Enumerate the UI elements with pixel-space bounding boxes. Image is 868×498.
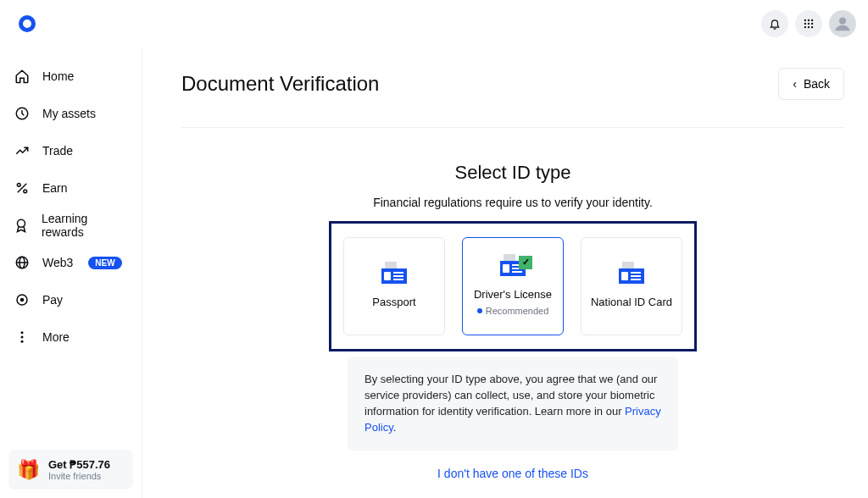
id-option-label: National ID Card bbox=[591, 296, 672, 308]
user-avatar[interactable] bbox=[829, 10, 856, 37]
sidebar-item-web3[interactable]: Web3 NEW bbox=[8, 244, 133, 281]
sidebar-item-my-assets[interactable]: My assets bbox=[8, 95, 133, 132]
id-option-label: Passport bbox=[372, 296, 415, 308]
svg-point-19 bbox=[21, 299, 24, 302]
svg-point-2 bbox=[811, 19, 813, 21]
notifications-button[interactable] bbox=[761, 10, 788, 37]
chevron-left-icon: ‹ bbox=[793, 77, 797, 91]
sidebar-item-label: Earn bbox=[42, 181, 68, 195]
invite-friends-card[interactable]: 🎁 Get ₱557.76 Invite friends bbox=[8, 450, 133, 490]
main-content: Document Verification ‹ Back Select ID t… bbox=[142, 47, 868, 498]
svg-line-11 bbox=[18, 184, 27, 193]
globe-icon bbox=[14, 255, 31, 270]
svg-point-13 bbox=[24, 190, 27, 193]
invite-title: Get ₱557.76 bbox=[48, 458, 110, 471]
back-button[interactable]: ‹ Back bbox=[778, 68, 844, 100]
gift-icon: 🎁 bbox=[17, 459, 40, 481]
sidebar-item-label: Learning rewards bbox=[42, 212, 128, 239]
svg-point-6 bbox=[804, 26, 806, 28]
sidebar-item-earn[interactable]: Earn bbox=[8, 169, 133, 207]
sidebar: Home My assets Trade Earn Learning rewar… bbox=[0, 47, 142, 498]
page-title: Document Verification bbox=[181, 72, 379, 96]
svg-point-8 bbox=[811, 26, 813, 28]
biometric-disclaimer: By selecting your ID type above, you agr… bbox=[348, 357, 678, 451]
id-card-icon bbox=[381, 265, 407, 284]
sidebar-item-label: Home bbox=[42, 69, 74, 83]
svg-point-4 bbox=[808, 23, 810, 25]
sidebar-item-label: Trade bbox=[42, 144, 73, 158]
recommended-badge: Recommended bbox=[477, 306, 549, 316]
new-badge: NEW bbox=[88, 257, 121, 269]
circle-dot-icon bbox=[14, 292, 31, 307]
id-card-icon: ✓ bbox=[500, 257, 526, 276]
sidebar-item-trade[interactable]: Trade bbox=[8, 132, 133, 169]
page-header: Document Verification ‹ Back bbox=[181, 68, 844, 128]
id-option-national-id[interactable]: National ID Card bbox=[581, 237, 682, 335]
sidebar-item-label: More bbox=[42, 330, 70, 344]
svg-point-1 bbox=[808, 19, 810, 21]
select-id-section: Select ID type Financial regulations req… bbox=[181, 162, 844, 481]
svg-point-12 bbox=[17, 183, 20, 186]
check-icon: ✓ bbox=[519, 256, 532, 269]
id-option-passport[interactable]: Passport bbox=[343, 237, 445, 335]
svg-point-14 bbox=[18, 219, 25, 227]
svg-point-22 bbox=[21, 340, 24, 343]
id-option-drivers-license[interactable]: ✓ Driver's License Recommended bbox=[462, 237, 564, 335]
sidebar-item-label: Web3 bbox=[42, 256, 73, 269]
id-option-label: Driver's License bbox=[474, 288, 552, 301]
disclaimer-text-post: . bbox=[393, 421, 397, 434]
sidebar-item-label: Pay bbox=[42, 293, 63, 307]
coinbase-logo-icon[interactable] bbox=[19, 15, 36, 32]
no-id-link[interactable]: I don't have one of these IDs bbox=[437, 467, 588, 480]
svg-point-20 bbox=[21, 331, 24, 334]
select-id-subtitle: Financial regulations require us to veri… bbox=[181, 196, 844, 209]
id-card-icon bbox=[619, 265, 644, 284]
invite-subtitle: Invite friends bbox=[48, 471, 110, 481]
top-bar bbox=[0, 0, 868, 47]
home-icon bbox=[14, 69, 31, 84]
svg-point-21 bbox=[21, 336, 24, 339]
sidebar-item-label: My assets bbox=[42, 107, 96, 120]
back-button-label: Back bbox=[804, 77, 830, 91]
svg-point-0 bbox=[804, 19, 806, 21]
svg-point-7 bbox=[808, 26, 810, 28]
sidebar-item-pay[interactable]: Pay bbox=[8, 281, 133, 318]
sidebar-item-more[interactable]: More bbox=[8, 318, 133, 356]
disclaimer-text-pre: By selecting your ID type above, you agr… bbox=[364, 373, 657, 418]
trend-up-icon bbox=[14, 143, 31, 158]
sidebar-item-learning-rewards[interactable]: Learning rewards bbox=[8, 207, 133, 244]
svg-point-9 bbox=[839, 18, 846, 25]
svg-point-5 bbox=[811, 23, 813, 25]
svg-point-3 bbox=[804, 23, 806, 25]
clock-icon bbox=[14, 106, 31, 121]
badge-icon bbox=[14, 218, 30, 233]
more-vertical-icon bbox=[14, 329, 31, 345]
apps-grid-button[interactable] bbox=[795, 10, 822, 37]
id-options-group: Passport ✓ Driver's License Recommended … bbox=[329, 221, 697, 351]
topbar-actions bbox=[761, 10, 856, 37]
percent-icon bbox=[14, 180, 31, 196]
select-id-title: Select ID type bbox=[181, 162, 844, 184]
sidebar-item-home[interactable]: Home bbox=[8, 58, 133, 95]
